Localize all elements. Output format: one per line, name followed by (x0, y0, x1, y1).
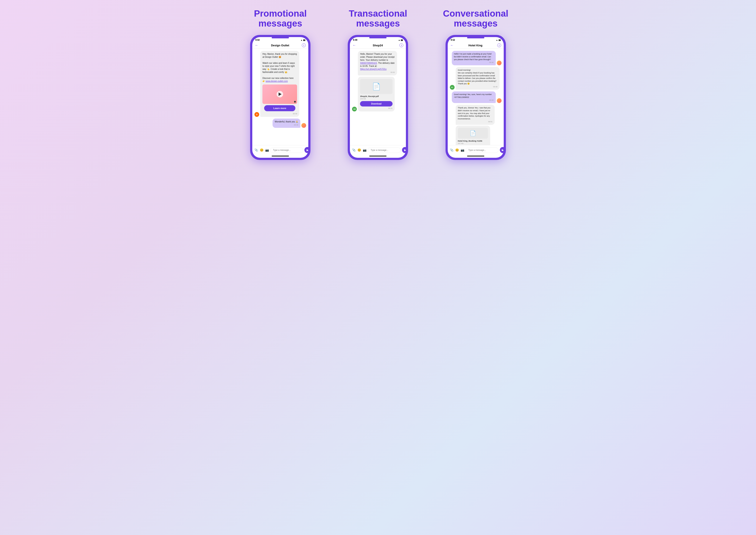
emoji-icon[interactable]: 😊 (455, 148, 459, 152)
send-icon: ▶ (307, 149, 309, 152)
emoji-icon[interactable]: 😊 (358, 148, 361, 152)
document-icon: 📄 (372, 82, 381, 91)
conversational-title: Conversational messages (443, 9, 508, 28)
file-attachment: 📄 Shop24_Receipt.pdf 244 KB Download 09:… (358, 77, 394, 111)
promotional-title: Promotional messages (254, 9, 307, 28)
attachment-icon[interactable]: 📎 (450, 148, 453, 152)
status-icons: ▲ ▮▮ (301, 39, 305, 41)
contact-name: Shop24 (373, 44, 383, 47)
msg-time: 09:48 (262, 113, 297, 115)
info-button[interactable]: i (302, 43, 306, 47)
chat-body-conversational: Hello! I've just made a booking at your … (448, 49, 504, 145)
msg-time: 09:48 (454, 61, 494, 64)
home-bar (369, 155, 387, 156)
wifi-icon: ▲ (398, 39, 400, 41)
emoji-icon[interactable]: 😊 (260, 148, 263, 152)
chat-input-bar: 📎 😊 📷 ▶ (350, 145, 406, 155)
phone-frame-promotional: 9:50 ▲ ▮▮ ← Design Outlet i D (250, 35, 310, 160)
wifi-icon: ▲ (496, 39, 498, 41)
send-button[interactable]: ▶ (500, 147, 504, 153)
phone-inner-transactional: 9:49 ▲ ▮▮ ← Shop24 i 24 (350, 37, 406, 158)
phone-notch (369, 37, 387, 38)
chat-header: ← Design Outlet i (252, 42, 308, 49)
play-button[interactable] (277, 91, 283, 98)
info-button[interactable]: i (399, 43, 403, 47)
back-button[interactable]: ← (352, 43, 356, 47)
chat-toolbar-icons: 📎 😊 📷 (352, 148, 366, 152)
file-name: Hotel King_Booking #1256 (458, 140, 488, 142)
message-1: 24 Hello, Marion! Thank you for your ord… (352, 51, 404, 111)
msg-bubble-right: Good morning! Yes, sure, here's my numbe… (452, 91, 496, 103)
time: 9:50 (255, 39, 259, 41)
camera-icon[interactable]: 📷 (461, 148, 464, 152)
status-icons: ▲ ▮▮ (398, 39, 403, 41)
sender-badge: D (255, 112, 259, 117)
message-1: Hello! I've just made a booking at your … (450, 51, 501, 65)
back-button[interactable]: ← (255, 43, 258, 47)
send-button[interactable]: ▶ (305, 147, 308, 153)
file-name: Shop24_Receipt.pdf (360, 95, 392, 98)
message-4: H+ Thank you, Sirena! Yes, I see that yo… (450, 105, 501, 145)
sender-badge: H+ (450, 85, 455, 90)
learn-more-button[interactable]: Learn more (264, 105, 295, 111)
chat-input-bar: 📎 😊 📷 ▶ (252, 145, 308, 155)
status-icons: ▲ ▮▮ (496, 39, 501, 41)
time: 9:52 (451, 39, 455, 41)
msg-time: 09:49 (454, 99, 494, 101)
contact-name: Design Outlet (271, 44, 289, 47)
battery-icon: ▮▮ (303, 39, 305, 41)
msg-time: 09:51 (458, 121, 493, 123)
msg-time: 09:30 (360, 71, 395, 73)
user-avatar (497, 98, 501, 103)
back-button[interactable]: ← (450, 43, 454, 47)
user-avatar (301, 123, 306, 128)
promotional-section: Promotional messages 9:50 ▲ ▮▮ ← Design … (238, 9, 323, 160)
file-attachment: 📄 Hotel King_Booking #1256 347 KB Downlo… (456, 126, 490, 145)
transactional-section: Transactional messages 9:49 ▲ ▮▮ ← Shop2… (336, 9, 420, 160)
msg-time: 09:48 (458, 86, 498, 88)
phone-notch (467, 37, 484, 38)
camera-icon[interactable]: 📷 (265, 148, 269, 152)
msg-bubble-left: Thank you, Sirena! Yes, I see that you d… (456, 105, 495, 125)
file-size: 347 KB (458, 142, 488, 144)
send-button[interactable]: ▶ (402, 147, 406, 153)
msg-time: 09:31 (360, 107, 392, 109)
battery-icon: ▮▮ (499, 39, 501, 41)
msg-text: Thank you, Sirena! Yes, I see that you d… (458, 107, 491, 120)
msg-text: Good morning! Yes, sure, here's my numbe… (454, 93, 492, 98)
msg-time: 09:49 (275, 124, 298, 126)
chat-input[interactable] (466, 148, 499, 153)
msg-bubble-left: Good morning!We can certainly check if y… (456, 67, 500, 90)
message-2: H+ Good morning!We can certainly check i… (450, 67, 501, 90)
file-icon-area: 📄 (458, 128, 488, 139)
info-button[interactable]: i (497, 43, 501, 47)
attachment-icon[interactable]: 📎 (352, 148, 356, 152)
chat-toolbar-icons: 📎 😊 📷 (255, 148, 269, 152)
document-icon: 📄 (470, 130, 476, 136)
message-2: Wonderful, thank you 🙏 09:49 (255, 119, 306, 128)
chat-input-bar: 📎 😊 📷 ▶ (448, 145, 504, 155)
msg-bubble-right: Hello! I've just made a booking at your … (452, 51, 496, 65)
msg-text: Hello, Marion! Thank you for your order.… (360, 53, 394, 70)
download-button[interactable]: Download (360, 101, 392, 106)
chat-input[interactable] (368, 148, 401, 153)
chat-header: ← Hotel King i (448, 42, 504, 49)
video-thumbnail[interactable] (262, 84, 297, 104)
chat-body-transactional: 24 Hello, Marion! Thank you for your ord… (350, 49, 406, 145)
camera-icon[interactable]: 📷 (363, 148, 366, 152)
chat-header: ← Shop24 i (350, 42, 406, 49)
main-container: Promotional messages 9:50 ▲ ▮▮ ← Design … (238, 9, 518, 160)
chat-body-promotional: D Hey, Marion, thank you for shopping at… (252, 49, 308, 145)
msg-bubble-left: Hello, Marion! Thank you for your order.… (358, 51, 397, 75)
phone-frame-transactional: 9:49 ▲ ▮▮ ← Shop24 i 24 (348, 35, 408, 160)
msg-text: Wonderful, thank you 🙏 (275, 121, 298, 123)
transactional-title: Transactional messages (349, 9, 407, 28)
contact-name: Hotel King (468, 44, 482, 47)
wifi-icon: ▲ (301, 39, 303, 41)
msg-text: Hey, Marion, thank you for shopping at D… (262, 53, 297, 82)
chat-input[interactable] (270, 148, 303, 153)
msg-text: Hello! I've just made a booking at your … (454, 53, 491, 60)
attachment-icon[interactable]: 📎 (255, 148, 258, 152)
send-icon: ▶ (502, 149, 504, 152)
msg-text: Good morning!We can certainly check if y… (458, 69, 497, 85)
